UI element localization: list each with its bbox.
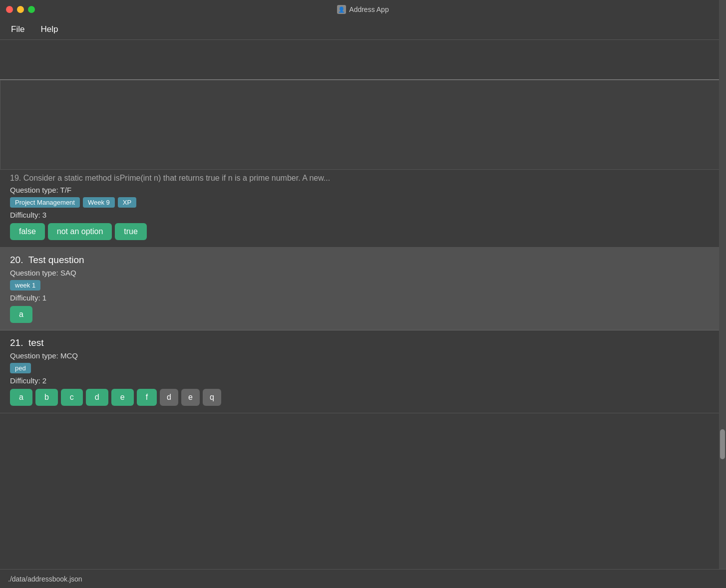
- question-20-difficulty: Difficulty: 1: [10, 294, 716, 302]
- answer-e-21[interactable]: e: [111, 389, 134, 406]
- minimize-button[interactable]: [17, 6, 24, 13]
- question-21-difficulty: Difficulty: 2: [10, 376, 716, 385]
- tag-week1: week 1: [10, 280, 40, 291]
- answer-f-21[interactable]: f: [137, 389, 157, 406]
- question-20-answers: a: [10, 306, 716, 323]
- window-title: 👤 Address App: [337, 5, 388, 14]
- title-text: Address App: [349, 5, 388, 13]
- tag-week9: Week 9: [83, 197, 115, 208]
- tag-xp: XP: [118, 197, 136, 208]
- answer-a-20[interactable]: a: [10, 306, 32, 323]
- toolbar: [0, 40, 726, 80]
- question-20-heading: 20. Test question: [10, 255, 716, 266]
- answer-not-an-option[interactable]: not an option: [48, 223, 112, 240]
- question-21-tags: ped: [10, 363, 716, 373]
- answer-a-21[interactable]: a: [10, 389, 32, 406]
- close-button[interactable]: [6, 6, 13, 13]
- app-icon: 👤: [337, 5, 346, 14]
- question-19: 19. Consider a static method isPrime(int…: [0, 170, 726, 248]
- answer-b-21[interactable]: b: [35, 389, 58, 406]
- tag-project-management: Project Management: [10, 197, 80, 208]
- question-19-difficulty: Difficulty: 3: [10, 211, 716, 219]
- file-menu[interactable]: File: [8, 22, 27, 36]
- titlebar: 👤 Address App: [0, 0, 726, 19]
- answer-false[interactable]: false: [10, 223, 45, 240]
- scrollbar-thumb[interactable]: [720, 429, 725, 459]
- menubar: File Help: [0, 19, 726, 40]
- question-20: 20. Test question Question type: SAQ wee…: [0, 248, 726, 330]
- question-21-answers: a b c d e f d e q: [10, 389, 716, 406]
- answer-q-21[interactable]: q: [203, 389, 221, 406]
- answer-true[interactable]: true: [115, 223, 147, 240]
- answer-c-21[interactable]: c: [61, 389, 83, 406]
- question-19-answers: false not an option true: [10, 223, 716, 240]
- question-21-heading: 21. test: [10, 337, 716, 348]
- tag-ped: ped: [10, 363, 31, 373]
- answer-e2-21[interactable]: e: [181, 389, 200, 406]
- content-panel: [0, 80, 726, 170]
- question-20-tags: week 1: [10, 280, 716, 291]
- question-21: 21. test Question type: MCQ ped Difficul…: [0, 330, 726, 413]
- question-19-tags: Project Management Week 9 XP: [10, 197, 716, 208]
- window-controls: [6, 6, 35, 13]
- question-19-title-partial: 19. Consider a static method isPrime(int…: [10, 174, 716, 183]
- question-19-type: Question type: T/F: [10, 186, 716, 194]
- question-20-type: Question type: SAQ: [10, 269, 716, 277]
- status-path: ./data/addressbook.json: [8, 575, 82, 583]
- statusbar: ./data/addressbook.json: [0, 569, 726, 588]
- questions-area: 19. Consider a static method isPrime(int…: [0, 170, 726, 413]
- answer-d2-21[interactable]: d: [160, 389, 178, 406]
- scrollbar-track: [719, 0, 726, 588]
- maximize-button[interactable]: [28, 6, 35, 13]
- question-21-type: Question type: MCQ: [10, 351, 716, 360]
- help-menu[interactable]: Help: [37, 22, 61, 36]
- answer-d-21[interactable]: d: [86, 389, 108, 406]
